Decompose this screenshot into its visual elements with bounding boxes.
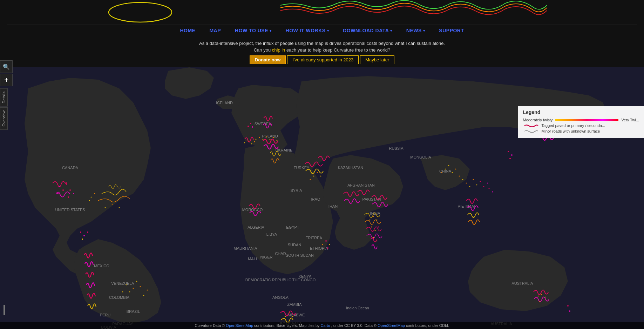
already-supported-button[interactable]: I've already supported in 2023	[287, 55, 359, 64]
donate-now-button[interactable]: Donate now	[250, 55, 286, 64]
svg-point-126	[569, 310, 570, 312]
how-to-use-dropdown-arrow: ▾	[270, 29, 272, 33]
legend-title: Legend	[523, 109, 639, 115]
svg-point-108	[459, 176, 460, 177]
attribution-text2: contributors. Base-layers: Map tiles by	[254, 323, 321, 328]
nav-download-data[interactable]: DOWNLOAD DATA ▾	[343, 28, 392, 33]
svg-point-124	[540, 301, 541, 302]
nav-map[interactable]: MAP	[209, 28, 221, 33]
carto-link[interactable]: Carto	[321, 323, 330, 328]
svg-point-89	[320, 176, 321, 177]
svg-point-56	[68, 196, 69, 198]
legend-minor-label: Minor roads with unknown surface	[541, 129, 600, 133]
svg-point-68	[136, 281, 137, 282]
legend-paved-line-icon	[523, 123, 538, 128]
vertical-tabs: Details Overview	[0, 88, 8, 130]
nav-home[interactable]: HOME	[180, 28, 195, 33]
svg-point-52	[112, 204, 113, 205]
map-container: CANADA UNITED STATES MEXICO VENEZUELA CO…	[0, 60, 644, 329]
svg-point-93	[377, 220, 378, 221]
svg-point-115	[476, 184, 477, 186]
svg-point-51	[105, 207, 106, 208]
svg-point-82	[277, 140, 278, 141]
svg-point-106	[455, 169, 456, 170]
legend-paved-label: Tagged paved or primary / seconda...	[541, 123, 605, 128]
svg-point-69	[140, 286, 141, 287]
svg-point-79	[266, 136, 267, 137]
svg-point-59	[57, 193, 59, 194]
svg-point-73	[250, 123, 251, 124]
svg-point-125	[567, 305, 569, 307]
nav-bar: HOME MAP HOW TO USE ▾ HOW IT WORKS ▾ DOW…	[7, 25, 637, 36]
svg-point-62	[83, 235, 85, 236]
attribution-text3: , under CC BY 3.0. Data ©	[331, 323, 378, 328]
svg-point-75	[248, 126, 249, 127]
svg-point-117	[483, 186, 484, 187]
legend-gradient-row: Moderately twisty Very Twi...	[523, 118, 639, 122]
svg-point-123	[545, 297, 546, 298]
svg-point-109	[445, 169, 446, 170]
legend-gradient-right-label: Very Twi...	[621, 118, 639, 122]
svg-point-81	[273, 137, 274, 138]
svg-point-60	[66, 182, 67, 184]
svg-point-114	[473, 179, 474, 180]
nav-how-to-use[interactable]: HOW TO USE ▾	[235, 28, 271, 33]
svg-point-72	[147, 290, 148, 291]
svg-point-90	[310, 179, 311, 180]
svg-point-55	[73, 193, 74, 194]
search-button[interactable]: 🔍	[0, 60, 13, 73]
map-attribution: Curvature Data © OpenStreetMap contribut…	[0, 322, 644, 329]
svg-point-95	[375, 230, 376, 231]
osm-link-1[interactable]: OpenStreetMap	[226, 323, 253, 328]
notification-main-text: As a data-intensive project, the influx …	[7, 41, 637, 46]
svg-point-130	[325, 240, 327, 242]
svg-point-122	[541, 294, 542, 295]
svg-point-67	[129, 291, 130, 293]
legend-box: Legend Moderately twisty Very Twi... Tag…	[518, 106, 644, 138]
maybe-later-button[interactable]: Maybe later	[360, 55, 394, 64]
osm-link-2[interactable]: OpenStreetMap	[378, 323, 405, 328]
svg-point-88	[317, 172, 318, 173]
svg-point-65	[126, 284, 127, 286]
svg-point-66	[133, 288, 134, 289]
svg-point-86	[244, 142, 245, 143]
legend-item-paved: Tagged paved or primary / seconda...	[523, 123, 639, 128]
overview-tab[interactable]: Overview	[0, 107, 8, 130]
legend-item-minor: Minor roads with unknown surface	[523, 129, 639, 133]
svg-point-49	[94, 193, 95, 194]
svg-point-121	[538, 296, 539, 297]
notification-sub-text: Can you chip in each year to help keep C…	[7, 47, 637, 53]
svg-point-85	[254, 141, 255, 142]
chip-in-link[interactable]: chip in	[272, 47, 285, 53]
svg-point-107	[452, 172, 453, 173]
svg-point-104	[509, 158, 511, 159]
legend-minor-line-icon	[523, 129, 538, 133]
nav-support[interactable]: SUPPORT	[439, 28, 464, 33]
zoom-in-button[interactable]: +	[0, 74, 13, 86]
header-decoration	[7, 0, 637, 25]
how-it-works-dropdown-arrow: ▾	[327, 29, 329, 33]
scale-bar	[4, 305, 5, 315]
attribution-text1: Curvature Data ©	[195, 323, 226, 328]
svg-point-96	[378, 227, 379, 228]
svg-point-102	[508, 151, 509, 152]
scale-line-indicator	[4, 305, 5, 315]
svg-point-84	[251, 143, 252, 145]
svg-point-77	[259, 137, 260, 138]
world-map[interactable]: CANADA UNITED STATES MEXICO VENEZUELA CO…	[0, 60, 644, 329]
svg-point-105	[448, 165, 449, 166]
svg-point-76	[256, 139, 257, 140]
svg-point-78	[263, 139, 264, 140]
svg-point-131	[329, 244, 330, 245]
svg-point-64	[82, 239, 83, 240]
details-tab[interactable]: Details	[0, 88, 8, 107]
svg-point-61	[80, 231, 81, 233]
svg-point-63	[87, 231, 88, 233]
svg-point-92	[373, 216, 374, 217]
nav-news[interactable]: NEWS ▾	[406, 28, 425, 33]
legend-gradient-bar	[555, 119, 618, 121]
nav-how-it-works[interactable]: HOW IT WORKS ▾	[286, 28, 329, 33]
svg-point-119	[489, 188, 490, 189]
svg-point-58	[62, 189, 64, 191]
svg-point-80	[270, 139, 271, 140]
